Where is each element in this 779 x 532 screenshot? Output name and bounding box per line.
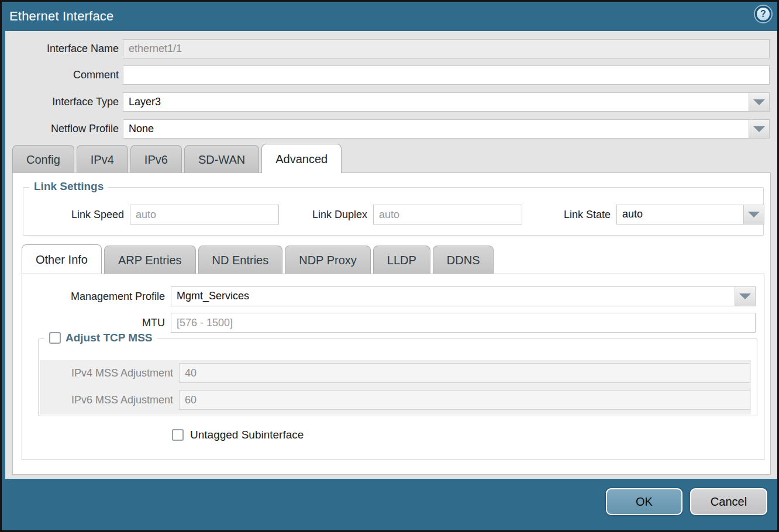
ipv4-mss-label: IPv4 MSS Adjustment xyxy=(50,363,173,383)
link-duplex-input[interactable] xyxy=(373,205,522,224)
interface-name-input xyxy=(123,39,770,58)
link-state-label: Link State xyxy=(526,205,611,224)
tab-advanced[interactable]: Advanced xyxy=(261,144,342,173)
interface-type-select[interactable]: Layer3 xyxy=(123,92,770,112)
untagged-subinterface-row: Untagged Subinterface xyxy=(172,429,304,441)
advanced-tab-panel: Link Settings Link Speed Link Duplex Lin… xyxy=(12,172,771,475)
ipv6-mss-input xyxy=(179,390,750,410)
tab-ipv4[interactable]: IPv4 xyxy=(77,145,128,173)
tab-config[interactable]: Config xyxy=(12,145,74,173)
link-duplex-label: Link Duplex xyxy=(269,205,367,224)
interface-type-label: Interface Type xyxy=(2,92,119,112)
link-state-dropdown-button[interactable] xyxy=(743,205,764,224)
adjust-tcp-mss-fieldset: Adjust TCP MSS IPv4 MSS Adjustment IPv6 … xyxy=(38,338,757,416)
comment-label: Comment xyxy=(2,65,119,85)
tab-ipv6[interactable]: IPv6 xyxy=(130,145,182,173)
subtab-nd-entries[interactable]: ND Entries xyxy=(198,246,283,274)
chevron-down-icon xyxy=(753,99,765,105)
dialog-titlebar: Ethernet Interface xyxy=(2,2,777,31)
netflow-profile-value: None xyxy=(123,119,749,139)
link-settings-legend: Link Settings xyxy=(29,180,108,193)
chevron-down-icon xyxy=(748,212,760,217)
untagged-subinterface-label: Untagged Subinterface xyxy=(190,429,304,441)
chevron-down-icon xyxy=(739,293,751,299)
link-state-select[interactable]: auto xyxy=(616,205,764,224)
interface-type-dropdown-button[interactable] xyxy=(749,92,770,112)
management-profile-dropdown-button[interactable] xyxy=(735,286,756,306)
management-profile-label: Management Profile xyxy=(34,286,165,306)
subtab-other-info[interactable]: Other Info xyxy=(22,244,102,274)
mtu-input[interactable] xyxy=(171,313,756,333)
dialog-title: Ethernet Interface xyxy=(9,9,113,24)
link-settings-legend-text: Link Settings xyxy=(34,180,104,193)
link-speed-input[interactable] xyxy=(130,205,279,224)
management-profile-value: Mgmt_Services xyxy=(171,286,735,306)
cancel-button[interactable]: Cancel xyxy=(690,488,767,515)
adjust-tcp-mss-legend-text: Adjust TCP MSS xyxy=(66,331,153,344)
other-info-panel: Management Profile Mgmt_Services MTU Adj… xyxy=(22,274,764,460)
link-speed-label: Link Speed xyxy=(29,205,124,224)
subtab-arp-entries[interactable]: ARP Entries xyxy=(104,246,196,274)
subtab-ddns[interactable]: DDNS xyxy=(433,246,494,274)
link-state-value: auto xyxy=(616,205,743,224)
netflow-profile-select[interactable]: None xyxy=(123,119,770,139)
interface-name-label: Interface Name xyxy=(2,39,119,58)
tab-sdwan[interactable]: SD-WAN xyxy=(184,145,259,173)
ipv4-mss-input xyxy=(179,363,750,383)
untagged-subinterface-checkbox[interactable] xyxy=(172,429,184,441)
management-profile-select[interactable]: Mgmt_Services xyxy=(171,286,756,306)
interface-type-value: Layer3 xyxy=(123,92,749,112)
adjust-tcp-mss-legend: Adjust TCP MSS xyxy=(44,331,157,344)
main-tabs: Config IPv4 IPv6 SD-WAN Advanced xyxy=(12,144,344,173)
chevron-down-icon xyxy=(753,126,765,132)
dialog-footer: OK Cancel xyxy=(2,479,777,530)
comment-input[interactable] xyxy=(123,65,770,85)
ethernet-interface-dialog: Ethernet Interface ? Interface Name Comm… xyxy=(0,0,779,532)
ok-button[interactable]: OK xyxy=(606,488,683,515)
adjust-tcp-mss-checkbox[interactable] xyxy=(49,332,61,344)
subtab-lldp[interactable]: LLDP xyxy=(373,246,430,274)
subtab-ndp-proxy[interactable]: NDP Proxy xyxy=(285,246,371,274)
sub-tabs: Other Info ARP Entries ND Entries NDP Pr… xyxy=(22,244,496,274)
link-settings-fieldset: Link Settings Link Speed Link Duplex Lin… xyxy=(23,187,764,236)
netflow-profile-dropdown-button[interactable] xyxy=(749,119,770,139)
mtu-label: MTU xyxy=(34,313,165,333)
help-icon[interactable]: ? xyxy=(755,6,771,22)
netflow-profile-label: Netflow Profile xyxy=(2,119,119,139)
ipv6-mss-label: IPv6 MSS Adjustment xyxy=(50,390,173,410)
